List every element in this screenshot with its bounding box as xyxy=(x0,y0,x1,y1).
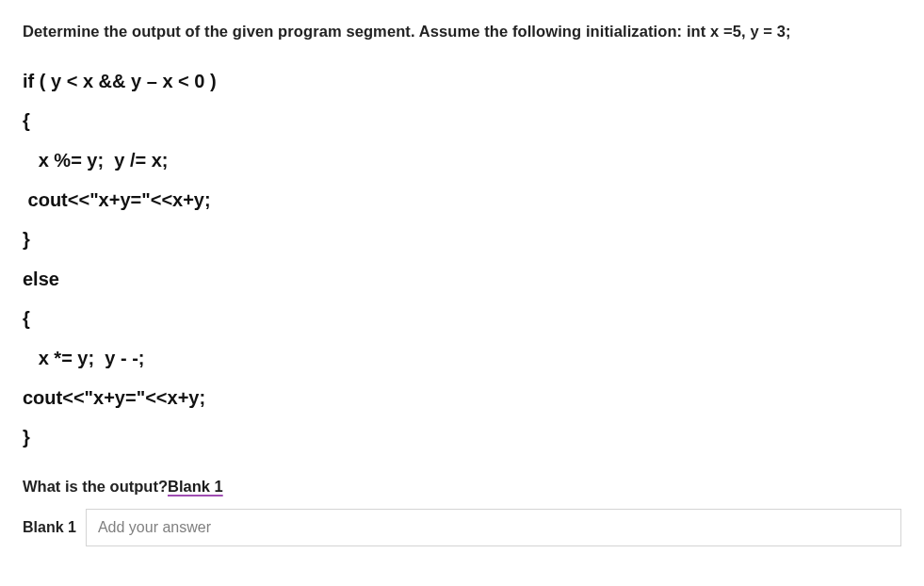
output-prompt: What is the output?Blank 1 xyxy=(23,478,901,496)
output-prompt-prefix: What is the output? xyxy=(23,478,168,495)
code-line: cout<<"x+y="<<x+y; xyxy=(23,180,901,220)
answer-row: Blank 1 xyxy=(23,509,901,546)
code-line: x *= y; y - -; xyxy=(23,338,901,378)
code-block: if ( y < x && y – x < 0 ) { x %= y; y /=… xyxy=(23,61,901,457)
code-line: if ( y < x && y – x < 0 ) xyxy=(23,61,901,101)
code-line: } xyxy=(23,220,901,259)
question-header: Determine the output of the given progra… xyxy=(23,23,901,41)
blank-link[interactable]: Blank 1 xyxy=(168,478,223,495)
code-line: { xyxy=(23,101,901,140)
answer-input[interactable] xyxy=(86,509,901,546)
code-line: x %= y; y /= x; xyxy=(23,140,901,180)
code-line: else xyxy=(23,259,901,299)
code-line: } xyxy=(23,417,901,457)
blank-label: Blank 1 xyxy=(23,519,76,536)
code-line: { xyxy=(23,299,901,338)
code-line: cout<<"x+y="<<x+y; xyxy=(23,378,901,417)
